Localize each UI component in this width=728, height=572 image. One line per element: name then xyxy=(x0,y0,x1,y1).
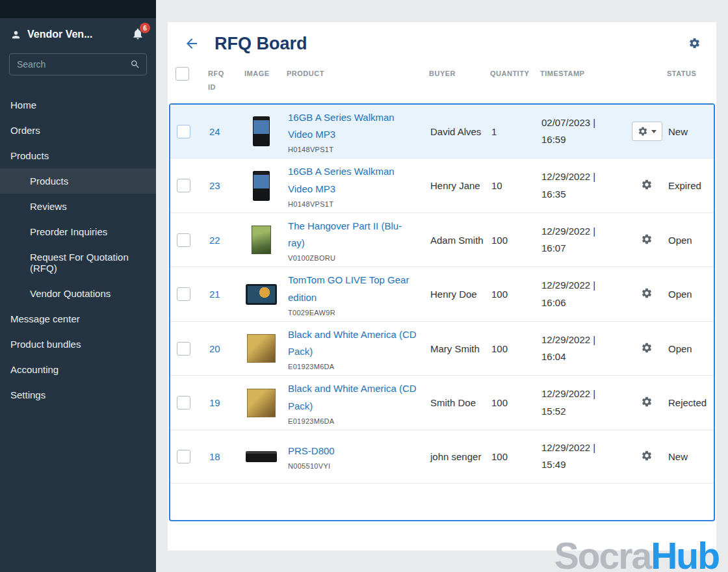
product-link[interactable]: PRS-D800 xyxy=(288,443,417,460)
buyer-name: john senger xyxy=(424,451,486,462)
rfq-id-link[interactable]: 24 xyxy=(199,126,237,137)
product-link[interactable]: TomTom GO LIVE Top Gear edition xyxy=(288,272,417,306)
row-actions-button[interactable] xyxy=(640,232,654,248)
product-thumbnail-bluray[interactable] xyxy=(252,226,271,254)
table-row: 22 The Hangover Part II (Blu-ray) V0100Z… xyxy=(170,213,714,268)
back-button[interactable] xyxy=(182,36,202,53)
product-link[interactable]: Black and White America (CD Pack) xyxy=(288,326,417,361)
sidebar-subitem-products[interactable]: Products xyxy=(0,168,156,194)
vendor-name[interactable]: Vendor Ven... xyxy=(27,29,125,40)
rfq-id-link[interactable]: 20 xyxy=(199,343,237,354)
row-actions-button[interactable] xyxy=(640,177,654,194)
sidebar-subitem-rfq[interactable]: Request For Quotation (RFQ) xyxy=(0,244,156,281)
column-header-product: PRODUCT xyxy=(285,67,422,81)
timestamp-value: 12/29/2022 | 16:35 xyxy=(534,168,607,203)
table-row: 24 16GB A Series Walkman Video MP3 H0148… xyxy=(170,105,714,159)
row-actions-button[interactable] xyxy=(640,395,654,411)
buyer-name: Smith Doe xyxy=(424,397,486,408)
sidebar-item-orders[interactable]: Orders xyxy=(0,118,156,143)
sidebar-item-products[interactable]: Products xyxy=(0,143,156,168)
column-header-rfq-id: RFQ ID xyxy=(198,67,229,94)
product-thumbnail-cd[interactable] xyxy=(247,334,276,363)
buyer-name: Adam Smith xyxy=(424,235,486,246)
buyer-name: David Alves xyxy=(424,126,486,137)
buyer-name: Henry Doe xyxy=(424,289,486,300)
rfq-id-link[interactable]: 21 xyxy=(199,289,237,300)
row-actions-button[interactable] xyxy=(640,341,654,357)
rfq-id-link[interactable]: 22 xyxy=(199,235,237,246)
timestamp-value: 12/29/2022 | 16:07 xyxy=(534,223,607,257)
search-button[interactable] xyxy=(125,55,146,74)
content-card: RFQ Board RFQ ID IMAGE PRODUCT BUYER QUA… xyxy=(168,22,716,551)
product-link[interactable]: Black and White America (CD Pack) xyxy=(288,380,417,415)
gear-icon xyxy=(641,342,653,354)
row-checkbox[interactable] xyxy=(177,233,190,247)
sidebar-item-home[interactable]: Home xyxy=(0,92,156,118)
product-thumbnail-cd[interactable] xyxy=(247,389,276,417)
product-link[interactable]: 16GB A Series Walkman Video MP3 xyxy=(288,109,417,144)
rfq-id-link[interactable]: 23 xyxy=(199,180,237,191)
notifications-button[interactable]: 6 xyxy=(131,27,146,42)
sidebar-subitem-vendor-quotations[interactable]: Vendor Quotations xyxy=(0,281,156,306)
gear-icon xyxy=(641,396,653,408)
status-value: Open xyxy=(668,343,714,354)
table-row: 19 Black and White America (CD Pack) E01… xyxy=(170,376,714,430)
buyer-name: Mary Smith xyxy=(424,343,486,354)
sidebar-item-accounting[interactable]: Accounting xyxy=(0,357,156,382)
chevron-down-icon xyxy=(651,130,656,133)
sidebar-subitem-preorder-inquiries[interactable]: Preorder Inquiries xyxy=(0,219,156,244)
buyer-name: Henry Jane xyxy=(424,180,486,191)
sidebar-item-settings[interactable]: Settings xyxy=(0,382,156,408)
vendor-header: Vendor Ven... 6 xyxy=(0,18,156,49)
status-value: Rejected xyxy=(668,397,714,408)
sidebar-item-message-center[interactable]: Message center xyxy=(0,306,156,332)
row-checkbox[interactable] xyxy=(177,179,190,192)
main-area: RFQ Board RFQ ID IMAGE PRODUCT BUYER QUA… xyxy=(156,0,728,572)
row-checkbox[interactable] xyxy=(177,450,190,463)
column-header-image: IMAGE xyxy=(235,67,285,81)
gear-icon xyxy=(641,287,653,299)
row-checkbox[interactable] xyxy=(177,342,190,356)
sidebar-top-strip xyxy=(0,0,156,18)
row-actions-button[interactable] xyxy=(640,448,654,465)
sidebar-item-product-bundles[interactable]: Product bundles xyxy=(0,332,156,357)
page-header: RFQ Board xyxy=(168,22,716,60)
column-header-timestamp: TIMESTAMP xyxy=(533,67,624,81)
sidebar: Vendor Ven... 6 Home Orders Products Pro… xyxy=(0,0,156,572)
sidebar-subitem-reviews[interactable]: Reviews xyxy=(0,194,156,219)
products-subnav: Products Reviews Preorder Inquiries Requ… xyxy=(0,168,156,306)
timestamp-value: 12/29/2022 | 15:49 xyxy=(534,439,607,474)
product-code: T0029EAW9R xyxy=(288,309,417,317)
product-code: H0148VPS1T xyxy=(288,146,417,153)
status-value: New xyxy=(668,126,714,137)
timestamp-value: 02/07/2023 | 16:59 xyxy=(534,114,607,149)
quantity-value: 100 xyxy=(486,343,534,354)
back-arrow-icon xyxy=(184,36,200,51)
row-checkbox[interactable] xyxy=(177,125,190,138)
product-link[interactable]: 16GB A Series Walkman Video MP3 xyxy=(288,163,417,198)
row-actions-dropdown-button[interactable] xyxy=(632,122,662,141)
column-header-quantity: QUANTITY xyxy=(485,67,533,81)
status-value: Open xyxy=(668,235,714,246)
status-value: New xyxy=(668,451,714,462)
gear-icon xyxy=(638,126,648,136)
product-code: E01923M6DA xyxy=(288,417,417,425)
table-row: 23 16GB A Series Walkman Video MP3 H0148… xyxy=(170,159,714,213)
select-all-checkbox[interactable] xyxy=(176,67,189,81)
gear-icon xyxy=(641,179,653,190)
row-checkbox[interactable] xyxy=(177,396,190,410)
row-checkbox[interactable] xyxy=(177,287,190,301)
product-thumbnail-tomtom[interactable] xyxy=(246,284,277,305)
column-header-status: STATUS xyxy=(667,67,715,81)
rfq-id-link[interactable]: 19 xyxy=(199,397,237,408)
product-thumbnail-walkman[interactable] xyxy=(253,116,270,146)
row-actions-button[interactable] xyxy=(640,286,654,302)
product-thumbnail-walkman[interactable] xyxy=(253,171,270,201)
page-title: RFQ Board xyxy=(214,34,307,54)
page-settings-button[interactable] xyxy=(688,37,701,51)
gear-icon xyxy=(641,450,653,462)
rfq-id-link[interactable]: 18 xyxy=(199,451,237,462)
table-row: 20 Black and White America (CD Pack) E01… xyxy=(170,322,714,376)
product-link[interactable]: The Hangover Part II (Blu-ray) xyxy=(288,218,417,252)
product-thumbnail-prs[interactable] xyxy=(246,451,277,462)
